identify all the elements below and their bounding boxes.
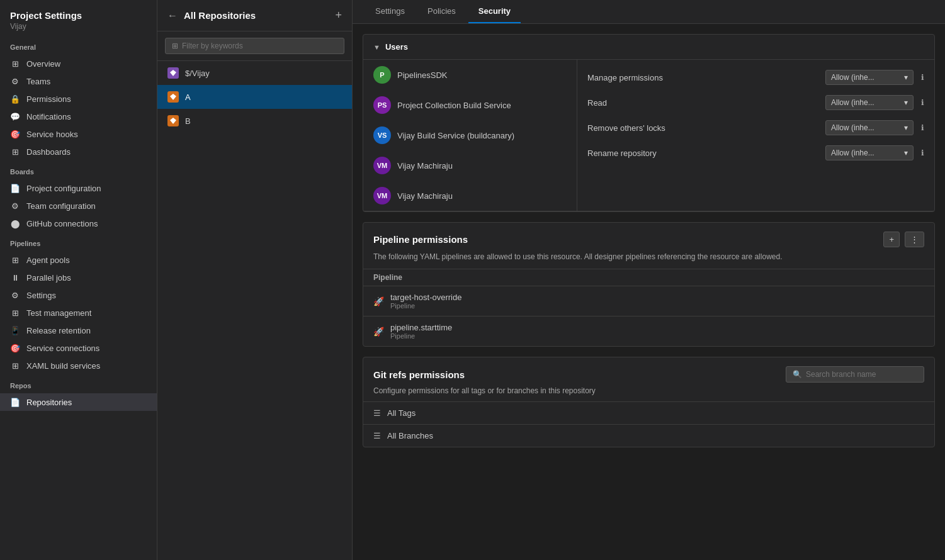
user-item-vijay-m1[interactable]: VMVijay Machiraju (363, 150, 577, 181)
github-connections-icon: ⬤ (10, 218, 20, 228)
pipeline-add-button[interactable]: + (883, 232, 900, 247)
perm-select-remove-locks[interactable]: Allow (inhe...▾ (825, 120, 914, 135)
pipeline-more-button[interactable]: ⋮ (905, 232, 924, 247)
sidebar-item-label-dashboards: Dashboards (26, 147, 71, 157)
search-branch-icon: 🔍 (793, 370, 802, 379)
git-refs-header: Git refs permissions 🔍 (363, 357, 934, 386)
perm-select-read[interactable]: Allow (inhe...▾ (825, 95, 914, 110)
middle-panel: ← All Repositories + ⊞ $/VijayAB (157, 0, 353, 560)
repo-item-B[interactable]: B (157, 109, 352, 133)
git-refs-items: ☰All Tags☰All Branches (363, 401, 934, 447)
tab-policies[interactable]: Policies (417, 0, 466, 23)
user-item-vijay-m2[interactable]: VMVijay Machiraju (363, 181, 577, 211)
tab-security[interactable]: Security (468, 0, 521, 23)
sidebar-item-team-configuration[interactable]: ⚙Team configuration (0, 197, 157, 215)
svg-marker-2 (170, 118, 176, 124)
pipeline-item-pipeline-starttime[interactable]: 🚀pipeline.starttimePipeline (363, 316, 934, 346)
dashboards-icon: ⊞ (10, 147, 20, 157)
user-item-pcbs[interactable]: PSProject Collection Build Service (363, 90, 577, 120)
back-button[interactable]: ← (167, 10, 178, 21)
notifications-icon: 💬 (10, 111, 20, 121)
sidebar-item-notifications[interactable]: 💬Notifications (0, 108, 157, 125)
git-refs-section: Git refs permissions 🔍 Configure permiss… (363, 357, 935, 447)
sidebar-item-label-project-configuration: Project configuration (26, 184, 101, 193)
perm-info-icon-rename-repo[interactable]: ℹ (921, 148, 924, 157)
repo-name-B: B (185, 116, 191, 126)
perm-select-manage-perms[interactable]: Allow (inhe...▾ (825, 70, 914, 85)
sidebar: Project Settings Vijay General⊞Overview⚙… (0, 0, 157, 560)
perm-select-text-read: Allow (inhe... (831, 98, 874, 107)
perm-label-manage-perms: Manage permissions (587, 73, 663, 82)
sidebar-item-label-parallel-jobs: Parallel jobs (26, 273, 71, 283)
middle-panel-header: ← All Repositories + (157, 0, 352, 31)
gitrefs-item-all-tags[interactable]: ☰All Tags (363, 401, 934, 424)
sidebar-item-label-team-configuration: Team configuration (26, 201, 96, 211)
sidebar-item-service-hooks[interactable]: 🎯Service hooks (0, 125, 157, 143)
pipeline-column-header: Pipeline (363, 269, 934, 286)
perm-row-rename-repo: Rename repositoryAllow (inhe...▾ℹ (577, 140, 934, 165)
xaml-build-services-icon: ⊞ (10, 361, 20, 371)
gitrefs-item-all-branches[interactable]: ☰All Branches (363, 424, 934, 447)
test-management-icon: ⊞ (10, 308, 20, 318)
sidebar-item-label-release-retention: Release retention (26, 326, 91, 335)
perm-info-icon-manage-perms[interactable]: ℹ (921, 73, 924, 82)
pipeline-item-target-host[interactable]: 🚀target-host-overridePipeline (363, 286, 934, 316)
user-name-vijay-build: Vijay Build Service (buildcanary) (397, 131, 514, 140)
sidebar-item-label-agent-pools: Agent pools (26, 255, 70, 265)
sidebar-item-label-permissions: Permissions (26, 94, 71, 104)
sidebar-item-label-github-connections: GitHub connections (26, 219, 98, 228)
user-avatar-pipelines-sdk: P (373, 66, 391, 84)
sidebar-subtitle: Vijay (10, 22, 147, 31)
sidebar-item-label-settings: Settings (26, 291, 56, 300)
sidebar-item-teams[interactable]: ⚙Teams (0, 72, 157, 90)
search-branch-container[interactable]: 🔍 (786, 366, 924, 383)
sidebar-item-parallel-jobs[interactable]: ⏸Parallel jobs (0, 269, 157, 286)
filter-input-container[interactable]: ⊞ (165, 38, 344, 54)
sidebar-item-service-connections[interactable]: 🎯Service connections (0, 339, 157, 357)
sidebar-item-release-retention[interactable]: 📱Release retention (0, 322, 157, 339)
sidebar-item-agent-pools[interactable]: ⊞Agent pools (0, 251, 157, 269)
sidebar-item-label-repositories: Repositories (26, 398, 72, 407)
search-branch-input[interactable] (806, 370, 917, 379)
sidebar-item-project-configuration[interactable]: 📄Project configuration (0, 179, 157, 197)
repo-item-A[interactable]: A (157, 85, 352, 109)
user-item-vijay-build[interactable]: VSVijay Build Service (buildcanary) (363, 120, 577, 150)
pipeline-name-target-host: target-host-override (390, 293, 461, 302)
pipeline-permissions-section: Pipeline permissions + ⋮ The following Y… (363, 222, 935, 347)
sidebar-item-test-management[interactable]: ⊞Test management (0, 304, 157, 322)
service-connections-icon: 🎯 (10, 343, 20, 353)
sidebar-item-overview[interactable]: ⊞Overview (0, 55, 157, 72)
user-item-pipelines-sdk[interactable]: PPipelinesSDK (363, 60, 577, 90)
users-chevron[interactable]: ▼ (373, 43, 380, 51)
tab-settings[interactable]: Settings (365, 0, 415, 23)
svg-marker-1 (170, 94, 176, 100)
gitrefs-icon-all-tags: ☰ (373, 408, 381, 418)
user-avatar-pcbs: PS (373, 96, 391, 114)
gitrefs-label-all-tags: All Tags (387, 408, 416, 418)
sidebar-item-dashboards[interactable]: ⊞Dashboards (0, 143, 157, 160)
release-retention-icon: 📱 (10, 325, 20, 335)
sidebar-item-label-xaml-build-services: XAML build services (26, 361, 100, 371)
teams-icon: ⚙ (10, 76, 20, 86)
perm-row-manage-perms: Manage permissionsAllow (inhe...▾ℹ (577, 65, 934, 90)
sidebar-item-repositories[interactable]: 📄Repositories (0, 393, 157, 411)
sidebar-item-github-connections[interactable]: ⬤GitHub connections (0, 215, 157, 232)
user-avatar-vijay-m2: VM (373, 187, 391, 204)
perm-label-read: Read (587, 98, 607, 108)
perm-select-rename-repo[interactable]: Allow (inhe...▾ (825, 145, 914, 160)
sidebar-item-permissions[interactable]: 🔒Permissions (0, 90, 157, 108)
users-section: ▼ Users PPipelinesSDKPSProject Collectio… (363, 34, 935, 212)
sidebar-item-settings[interactable]: ⚙Settings (0, 286, 157, 304)
repo-item-vijay[interactable]: $/Vijay (157, 61, 352, 85)
user-name-pipelines-sdk: PipelinesSDK (397, 70, 448, 80)
sidebar-item-label-service-hooks: Service hooks (26, 130, 78, 139)
perm-select-chevron-read: ▾ (904, 98, 908, 107)
perm-info-icon-read[interactable]: ℹ (921, 98, 924, 107)
repo-name-A: A (185, 92, 191, 102)
add-repo-button[interactable]: + (335, 9, 342, 22)
sidebar-item-xaml-build-services[interactable]: ⊞XAML build services (0, 357, 157, 374)
perm-info-icon-remove-locks[interactable]: ℹ (921, 123, 924, 132)
pipeline-icon-target-host: 🚀 (373, 296, 384, 306)
filter-input[interactable] (182, 42, 337, 50)
service-hooks-icon: 🎯 (10, 129, 20, 139)
